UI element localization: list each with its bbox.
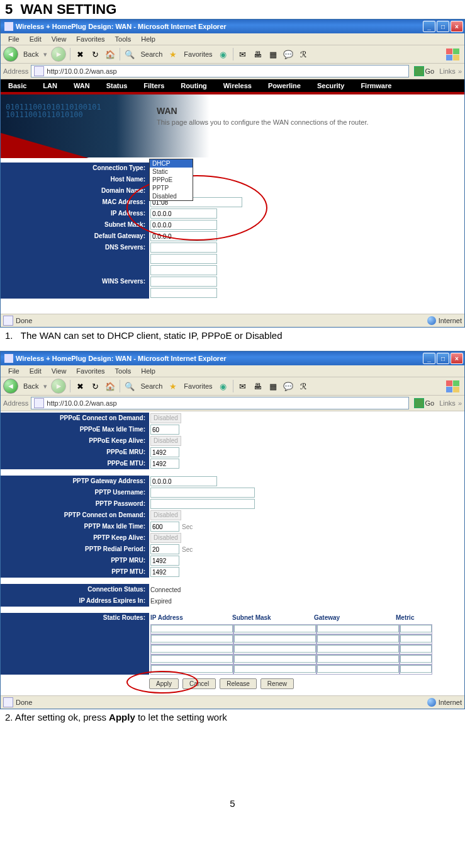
route-ip[interactable] xyxy=(151,625,233,632)
menu-help-2[interactable]: Help xyxy=(137,367,159,375)
nav-powerline[interactable]: Powerline xyxy=(261,79,308,92)
menu-tools-2[interactable]: Tools xyxy=(111,367,135,375)
media-icon-2[interactable]: ◉ xyxy=(218,380,229,392)
ip-input[interactable] xyxy=(150,208,217,219)
menu-favorites-2[interactable]: Favorites xyxy=(72,367,108,375)
nav-wan[interactable]: WAN xyxy=(66,79,98,92)
forward-button[interactable]: ► xyxy=(51,47,66,62)
print-icon-2[interactable]: 🖶 xyxy=(252,380,264,392)
stop-icon[interactable]: ✖ xyxy=(74,49,86,60)
dns-input-2[interactable] xyxy=(150,254,217,264)
research-icon-2[interactable]: ℛ xyxy=(298,380,309,392)
route-gw[interactable] xyxy=(317,635,399,642)
favorites-icon[interactable]: ★ xyxy=(167,49,179,60)
route-gw[interactable] xyxy=(317,625,399,632)
search-icon-2[interactable]: 🔍 xyxy=(124,380,135,392)
menu-view-2[interactable]: View xyxy=(48,367,70,375)
menu-edit[interactable]: Edit xyxy=(26,35,45,43)
nav-lan[interactable]: LAN xyxy=(35,79,65,92)
opt-dhcp[interactable]: DHCP xyxy=(150,159,193,168)
edit-icon-2[interactable]: ▦ xyxy=(267,380,279,392)
pppoe-mtu-input[interactable] xyxy=(150,459,179,469)
pppoe-keep-val[interactable]: Disabled xyxy=(150,436,181,446)
close-button[interactable]: × xyxy=(451,21,463,32)
dns-input-1[interactable] xyxy=(150,243,217,253)
nav-security[interactable]: Security xyxy=(310,79,352,92)
route-metric[interactable] xyxy=(400,665,432,673)
favorites-icon-2[interactable]: ★ xyxy=(167,380,179,392)
nav-firmware[interactable]: Firmware xyxy=(353,79,399,92)
refresh-icon[interactable]: ↻ xyxy=(89,49,101,60)
nav-filters[interactable]: Filters xyxy=(136,79,172,92)
wins-input-1[interactable] xyxy=(150,277,217,287)
back-button-2[interactable]: ◄ xyxy=(3,379,18,394)
route-gw[interactable] xyxy=(317,645,399,653)
route-ip[interactable] xyxy=(151,655,233,663)
research-icon[interactable]: ℛ xyxy=(298,49,309,60)
menu-help[interactable]: Help xyxy=(137,35,159,43)
forward-button-2[interactable]: ► xyxy=(51,379,66,394)
mail-icon-2[interactable]: ✉ xyxy=(237,380,249,392)
route-gw[interactable] xyxy=(317,665,399,673)
route-subnet[interactable] xyxy=(234,645,316,653)
search-icon[interactable]: 🔍 xyxy=(124,49,135,60)
links-label[interactable]: Links xyxy=(439,67,456,75)
back-button[interactable]: ◄ xyxy=(3,47,18,62)
route-subnet[interactable] xyxy=(234,635,316,642)
nav-status[interactable]: Status xyxy=(99,79,135,92)
address-input-2[interactable]: http://10.0.0.2/wan.asp xyxy=(31,397,408,409)
go-button-2[interactable]: Go xyxy=(412,397,437,409)
address-input[interactable]: http://10.0.0.2/wan.asp xyxy=(31,65,408,77)
stop-icon-2[interactable]: ✖ xyxy=(74,380,86,392)
route-gw[interactable] xyxy=(317,655,399,663)
menu-tools[interactable]: Tools xyxy=(111,35,135,43)
opt-pptp[interactable]: PPTP xyxy=(150,184,193,192)
pptp-keep-val[interactable]: Disabled xyxy=(150,533,181,543)
conn-type-dropdown[interactable]: DHCP Static PPPoE PPTP Disabled xyxy=(149,159,193,201)
menu-file-2[interactable]: File xyxy=(4,367,23,375)
mail-icon[interactable]: ✉ xyxy=(237,49,249,60)
menu-file[interactable]: File xyxy=(4,35,23,43)
apply-button[interactable]: Apply xyxy=(149,678,179,689)
route-metric[interactable] xyxy=(400,625,432,632)
release-button[interactable]: Release xyxy=(220,678,257,689)
route-metric[interactable] xyxy=(400,635,432,642)
pptp-mtu-input[interactable] xyxy=(150,567,179,577)
pppoe-idle-input[interactable] xyxy=(150,425,179,435)
route-ip[interactable] xyxy=(151,665,233,673)
links-label-2[interactable]: Links xyxy=(439,399,456,407)
opt-static[interactable]: Static xyxy=(150,168,193,176)
route-ip[interactable] xyxy=(151,645,233,653)
discuss-icon[interactable]: 💬 xyxy=(283,49,294,60)
route-subnet[interactable] xyxy=(234,665,316,673)
nav-basic[interactable]: Basic xyxy=(1,79,34,92)
opt-disabled[interactable]: Disabled xyxy=(150,192,193,200)
gateway-input[interactable] xyxy=(150,231,217,241)
cancel-button[interactable]: Cancel xyxy=(182,678,216,689)
media-icon[interactable]: ◉ xyxy=(218,49,229,60)
opt-pppoe[interactable]: PPPoE xyxy=(150,176,193,184)
pptp-user-input[interactable] xyxy=(150,488,255,498)
go-button[interactable]: Go xyxy=(412,66,437,77)
route-metric[interactable] xyxy=(400,655,432,663)
minimize-button[interactable]: _ xyxy=(423,21,435,32)
pppoe-mru-input[interactable] xyxy=(150,447,179,457)
dns-input-3[interactable] xyxy=(150,265,217,275)
pptp-redial-input[interactable] xyxy=(150,544,179,554)
close-button-2[interactable]: × xyxy=(451,353,463,364)
pptp-gw-input[interactable] xyxy=(150,476,217,486)
maximize-button[interactable]: □ xyxy=(437,21,449,32)
home-icon-2[interactable]: 🏠 xyxy=(104,380,116,392)
maximize-button-2[interactable]: □ xyxy=(437,353,449,364)
route-ip[interactable] xyxy=(151,635,233,642)
pptp-idle-input[interactable] xyxy=(150,522,179,532)
wins-input-2[interactable] xyxy=(150,288,217,298)
nav-wireless[interactable]: Wireless xyxy=(216,79,259,92)
pptp-cod-val[interactable]: Disabled xyxy=(150,510,181,520)
menu-view[interactable]: View xyxy=(48,35,70,43)
pptp-pass-input[interactable] xyxy=(150,499,255,509)
nav-routing[interactable]: Routing xyxy=(173,79,215,92)
route-metric[interactable] xyxy=(400,645,432,653)
renew-button[interactable]: Renew xyxy=(261,678,294,689)
home-icon[interactable]: 🏠 xyxy=(104,49,116,60)
